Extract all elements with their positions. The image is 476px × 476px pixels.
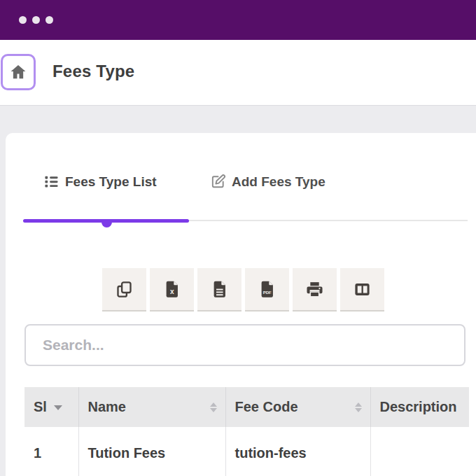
export-print-button[interactable] <box>293 268 337 312</box>
active-tab-knob <box>102 222 112 227</box>
page-header: Fees Type <box>0 40 476 105</box>
copy-icon <box>115 280 134 299</box>
print-icon <box>305 280 324 299</box>
window-dot-icon[interactable] <box>32 16 40 24</box>
page-title: Fees Type <box>52 62 134 81</box>
file-excel-icon: x <box>162 280 181 299</box>
sort-icon <box>210 402 217 412</box>
file-lines-icon <box>210 280 229 299</box>
cell-sl: 1 <box>24 427 78 476</box>
svg-text:PDF: PDF <box>263 290 272 294</box>
screen: Fees Type Fees Type List Add Fees Type <box>0 0 476 476</box>
column-header-fee-code[interactable]: Fee Code <box>225 387 370 427</box>
window-dot-icon[interactable] <box>46 16 53 24</box>
column-label: Description <box>380 399 457 414</box>
cell-description <box>370 427 469 476</box>
tab-label: Add Fees Type <box>232 174 326 190</box>
export-toolbar: x PDF <box>102 268 384 312</box>
home-button[interactable] <box>1 54 36 90</box>
content-card: Fees Type List Add Fees Type <box>6 133 476 476</box>
svg-text:x: x <box>170 288 174 295</box>
window-dot-icon[interactable] <box>19 16 27 24</box>
sort-icon <box>355 402 362 412</box>
fees-type-table: Sl Name Fee Code Description <box>24 387 469 476</box>
export-csv-button[interactable] <box>197 268 241 312</box>
tab-add-fees-type[interactable]: Add Fees Type <box>210 174 326 190</box>
sort-desc-icon <box>54 405 62 410</box>
window-titlebar <box>0 0 476 40</box>
edit-icon <box>210 174 226 190</box>
export-copy-button[interactable] <box>102 268 146 312</box>
export-columns-button[interactable] <box>340 268 384 312</box>
table-row[interactable]: 1 Tution Fees tution-fees <box>24 427 469 476</box>
list-icon <box>43 174 59 190</box>
search-input[interactable] <box>24 324 465 366</box>
table-header-row: Sl Name Fee Code Description <box>24 387 469 427</box>
export-pdf-button[interactable]: PDF <box>245 268 289 312</box>
home-icon <box>9 63 27 81</box>
column-header-name[interactable]: Name <box>78 387 225 427</box>
columns-icon <box>353 280 372 299</box>
column-label: Fee Code <box>235 399 298 414</box>
export-excel-button[interactable]: x <box>150 268 194 312</box>
file-pdf-icon: PDF <box>258 280 276 299</box>
cell-name: Tution Fees <box>78 427 225 476</box>
tab-label: Fees Type List <box>65 174 157 190</box>
column-header-description[interactable]: Description <box>370 387 469 427</box>
cell-fee-code: tution-fees <box>225 427 370 476</box>
column-label: Sl <box>34 399 47 414</box>
column-label: Name <box>88 399 126 414</box>
column-header-sl[interactable]: Sl <box>24 387 78 427</box>
tab-fees-type-list[interactable]: Fees Type List <box>43 174 157 190</box>
